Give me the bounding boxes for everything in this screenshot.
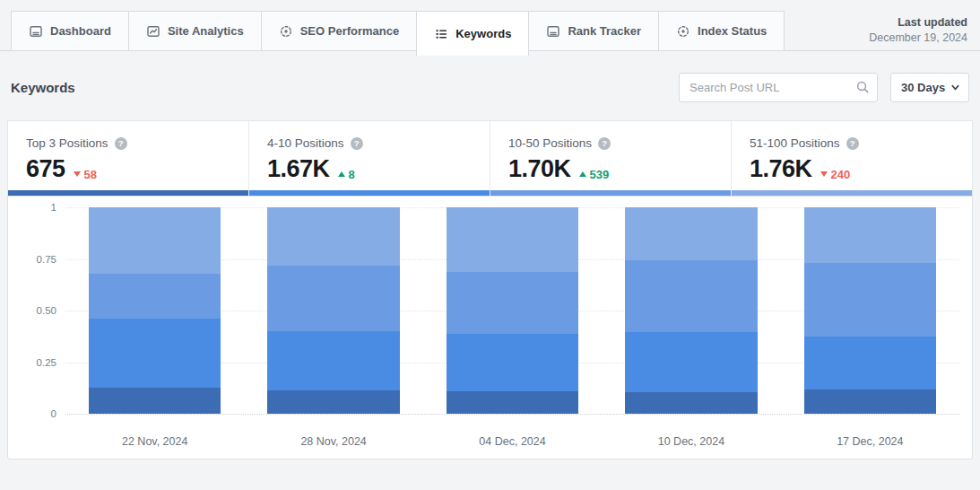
bar-segment-51-100-positions — [89, 207, 221, 274]
bar-segment-4-10-positions — [804, 337, 937, 389]
x-axis-label: 10 Dec, 2024 — [602, 423, 780, 448]
stat-card-label: 4-10 Positions — [267, 136, 344, 150]
stat-card-51-100-positions[interactable]: 51-100 Positions ? 1.76K 240 — [732, 121, 972, 196]
date-range-select[interactable]: 30 Days — [890, 73, 969, 102]
tab-keywords[interactable]: Keywords — [416, 11, 529, 56]
bar-segment-4-10-positions — [447, 334, 579, 391]
bar-slot — [602, 207, 780, 414]
bar-segment-4-10-positions — [89, 319, 221, 389]
trend-up-icon — [338, 171, 345, 177]
tab-label: Rank Tracker — [568, 24, 641, 38]
tab-site-analytics[interactable]: Site Analytics — [128, 11, 262, 51]
tab-label: Index Status — [698, 24, 767, 38]
trend-down-icon — [74, 171, 81, 177]
bar-segment-top-3-positions — [267, 390, 400, 414]
bar-segment-51-100-positions — [804, 207, 937, 263]
stat-card-delta: 240 — [831, 168, 851, 181]
last-updated-date: December 19, 2024 — [869, 31, 967, 46]
tab-rank-tracker[interactable]: Rank Tracker — [528, 11, 659, 51]
index-status-icon — [676, 24, 690, 39]
y-axis-tick: 0.25 — [37, 357, 56, 368]
toolbar: Keywords 30 Days — [11, 73, 969, 102]
stat-card-label: 10-50 Positions — [508, 136, 592, 150]
y-axis-tick: 0 — [51, 408, 56, 419]
help-icon[interactable]: ? — [115, 137, 127, 150]
chevron-down-icon — [950, 83, 960, 92]
bars-container — [65, 207, 959, 414]
bar-segment-10-50-positions — [625, 260, 758, 333]
tab-label: SEO Performance — [300, 24, 400, 38]
bar-segment-51-100-positions — [447, 207, 579, 272]
bar-segment-10-50-positions — [804, 263, 937, 337]
x-axis-label: 22 Nov, 2024 — [65, 423, 244, 448]
stat-card-4-10-positions[interactable]: 4-10 Positions ? 1.67K 8 — [249, 121, 490, 196]
tab-dashboard[interactable]: Dashboard — [11, 11, 129, 51]
bar-segment-10-50-positions — [89, 274, 221, 318]
help-icon[interactable]: ? — [351, 137, 363, 150]
search-statistics-app: DashboardSite AnalyticsSEO PerformanceKe… — [0, 0, 980, 490]
tab-seo-performance[interactable]: SEO Performance — [261, 11, 418, 51]
bar-segment-top-3-positions — [625, 392, 758, 414]
stat-card-value: 1.67K — [267, 155, 330, 183]
last-updated: Last updated December 19, 2024 — [869, 15, 967, 46]
tab-label: Keywords — [455, 27, 511, 40]
bar-slot — [423, 207, 602, 414]
search-input[interactable] — [679, 73, 878, 102]
bar-segment-4-10-positions — [625, 332, 758, 392]
y-axis-tick: 0.75 — [37, 254, 56, 265]
x-axis-label: 17 Dec, 2024 — [781, 423, 959, 448]
bar-segment-10-50-positions — [447, 272, 579, 334]
tab-label: Dashboard — [50, 24, 111, 38]
help-icon[interactable]: ? — [846, 137, 859, 150]
bar-segment-10-50-positions — [267, 266, 400, 330]
tabs-container: DashboardSite AnalyticsSEO PerformanceKe… — [11, 11, 784, 56]
seo-performance-icon — [279, 24, 293, 39]
stat-card-label: Top 3 Positions — [26, 136, 108, 150]
bar-segment-top-3-positions — [447, 391, 579, 414]
bar-segment-51-100-positions — [267, 207, 400, 266]
bar-slot — [65, 207, 244, 414]
x-axis-label: 28 Nov, 2024 — [244, 423, 422, 448]
chart-x-labels: 22 Nov, 202428 Nov, 202404 Dec, 202410 D… — [65, 423, 959, 448]
keywords-icon — [434, 27, 448, 41]
stat-card-label: 51-100 Positions — [750, 136, 840, 150]
stat-card-value: 1.76K — [750, 155, 812, 183]
stacked-bar-22-nov-2024[interactable] — [89, 207, 221, 414]
stacked-bar-17-dec-2024[interactable] — [804, 207, 937, 414]
date-range-value: 30 Days — [901, 81, 945, 94]
stat-card-delta: 58 — [84, 168, 97, 181]
dashboard-icon — [29, 24, 43, 39]
page-title: Keywords — [11, 80, 75, 95]
x-axis-label: 04 Dec, 2024 — [423, 423, 602, 448]
bar-segment-top-3-positions — [804, 389, 937, 414]
search-post-url — [679, 73, 878, 102]
stacked-bar-28-nov-2024[interactable] — [267, 207, 400, 414]
tab-bar: DashboardSite AnalyticsSEO PerformanceKe… — [0, 11, 980, 51]
bar-slot — [244, 207, 422, 414]
trend-up-icon — [579, 171, 586, 177]
stat-card-10-50-positions[interactable]: 10-50 Positions ? 1.70K 539 — [490, 121, 732, 196]
bar-segment-top-3-positions — [89, 388, 221, 414]
tab-index-status[interactable]: Index Status — [658, 11, 785, 51]
stat-card-delta: 539 — [590, 168, 610, 181]
bar-segment-51-100-positions — [625, 207, 758, 260]
stat-card-delta: 8 — [349, 168, 355, 181]
y-axis-tick: 1 — [51, 202, 56, 213]
stacked-bar-10-dec-2024[interactable] — [625, 207, 758, 414]
stat-card-top-3-positions[interactable]: Top 3 Positions ? 675 58 — [8, 121, 249, 196]
help-icon[interactable]: ? — [598, 137, 611, 150]
chart-plot-area: 10.750.500.250 — [65, 207, 959, 414]
positions-chart-panel: 10.750.500.250 22 Nov, 202428 Nov, 20240… — [7, 196, 973, 459]
y-axis-tick: 0.50 — [37, 305, 56, 316]
site-analytics-icon — [146, 24, 160, 39]
stat-cards: Top 3 Positions ? 675 58 4-10 Positions … — [7, 120, 973, 196]
gridline — [65, 414, 959, 415]
bar-slot — [781, 207, 959, 414]
bar-segment-4-10-positions — [267, 331, 400, 391]
tab-label: Site Analytics — [168, 24, 244, 38]
trend-down-icon — [820, 171, 828, 177]
rank-tracker-icon — [546, 24, 560, 39]
stacked-bar-04-dec-2024[interactable] — [447, 207, 579, 414]
last-updated-label: Last updated — [869, 15, 967, 31]
stat-card-value: 1.70K — [508, 155, 571, 183]
